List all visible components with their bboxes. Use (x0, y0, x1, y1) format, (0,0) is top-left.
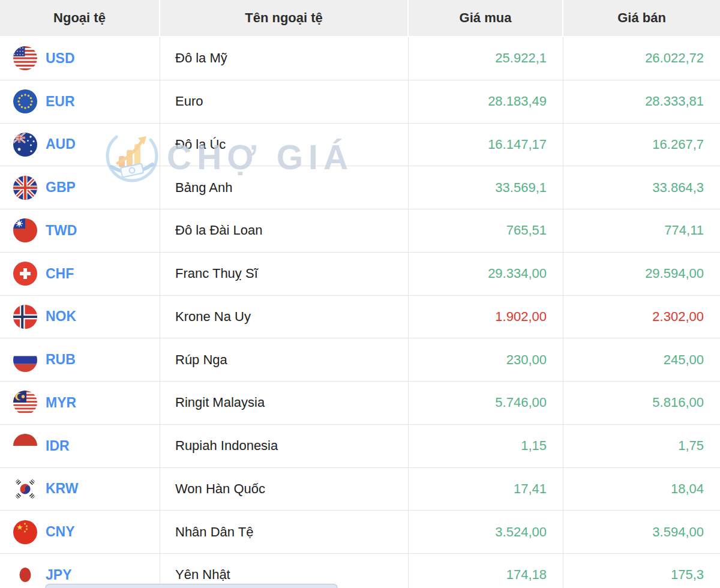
column-header-buy: Giá mua (409, 0, 563, 36)
name-cell: Đô la Mỹ (160, 37, 409, 80)
table-row: RUB Rúp Nga 230,00 245,00 (0, 338, 720, 382)
table-row: CHF Franc Thuỵ Sĩ 29.334,00 29.594,00 (0, 253, 720, 296)
name-cell: Ringit Malaysia (160, 382, 409, 424)
sell-cell: 3.594,00 (563, 511, 720, 553)
buy-cell: 16.147,17 (409, 124, 563, 166)
currency-code-link[interactable]: KRW (46, 481, 79, 497)
currency-name: Yên Nhật (175, 567, 230, 583)
currency-name: Euro (175, 94, 203, 109)
table-row: JPY Yên Nhật 174,18 175,3 (0, 554, 720, 588)
currency-code-link[interactable]: USD (46, 50, 75, 67)
currency-code-link[interactable]: RUB (46, 352, 76, 368)
buy-price: 33.569,1 (495, 180, 547, 196)
buy-price: 5.746,00 (495, 395, 547, 410)
buy-cell: 17,41 (409, 468, 563, 511)
sell-price: 18,04 (671, 481, 704, 497)
currency-code-link[interactable]: EUR (46, 94, 75, 110)
malaysia-flag-icon (13, 391, 37, 415)
currency-name: Won Hàn Quốc (175, 481, 265, 497)
currency-code-link[interactable]: IDR (46, 438, 70, 454)
sell-price: 3.594,00 (652, 524, 704, 540)
currency-cell: IDR (0, 425, 160, 467)
currency-cell: USD (0, 37, 160, 80)
buy-price: 17,41 (514, 481, 547, 497)
buy-cell: 765,51 (409, 209, 563, 252)
buy-price: 25.922,1 (495, 50, 547, 66)
currency-code-link[interactable]: GBP (46, 179, 76, 196)
switzerland-flag-icon (13, 262, 37, 286)
buy-price: 174,18 (506, 567, 547, 583)
currency-name: Ringit Malaysia (175, 395, 265, 410)
name-cell: Rúp Nga (160, 338, 409, 381)
column-header-name: Tên ngoại tệ (160, 0, 409, 36)
table-row: AUD Đô la Úc 16.147,17 16.267,7 (0, 124, 720, 167)
sell-price: 5.816,00 (652, 395, 704, 410)
sell-cell: 2.302,00 (563, 296, 720, 338)
currency-cell: CNY (0, 511, 160, 553)
australia-flag-icon (13, 133, 37, 157)
sell-price: 1,75 (678, 438, 704, 454)
currency-name: Đô la Úc (175, 137, 226, 152)
currency-cell: MYR (0, 382, 160, 424)
sell-cell: 175,3 (563, 554, 720, 588)
currency-code-link[interactable]: CNY (46, 524, 75, 540)
sell-cell: 28.333,81 (563, 80, 720, 123)
buy-cell: 5.746,00 (409, 382, 563, 424)
sell-price: 175,3 (671, 567, 704, 583)
sell-cell: 1,75 (563, 425, 720, 467)
currency-code-link[interactable]: JPY (46, 567, 71, 583)
currency-cell: GBP (0, 166, 160, 209)
name-cell: Bảng Anh (160, 166, 409, 209)
currency-code-link[interactable]: MYR (46, 395, 76, 411)
currency-code-link[interactable]: CHF (46, 266, 74, 282)
sell-price: 245,00 (664, 352, 704, 368)
currency-code-link[interactable]: NOK (46, 308, 76, 325)
taiwan-flag-icon (13, 218, 37, 242)
currency-name: Đô la Đài Loan (175, 223, 263, 238)
norway-flag-icon (13, 305, 37, 329)
buy-price: 3.524,00 (495, 524, 547, 540)
us-flag-icon (13, 46, 37, 70)
buy-price: 28.183,49 (488, 94, 547, 109)
sell-price: 774,11 (664, 223, 704, 238)
column-header-currency: Ngoại tệ (0, 0, 160, 36)
buy-cell: 3.524,00 (409, 511, 563, 553)
buy-cell: 1,15 (409, 425, 563, 467)
table-row: IDR Rupiah Indonesia 1,15 1,75 (0, 425, 720, 468)
buy-price: 1.902,00 (495, 309, 547, 325)
currency-name: Nhân Dân Tệ (175, 524, 253, 540)
russia-flag-icon (13, 348, 37, 372)
bottom-widget-bar[interactable] (45, 584, 338, 588)
sell-price: 26.022,72 (645, 50, 704, 66)
sell-price: 29.594,00 (645, 266, 704, 281)
column-header-sell: Giá bán (563, 0, 720, 36)
buy-cell: 25.922,1 (409, 37, 563, 80)
sell-price: 16.267,7 (652, 137, 704, 152)
name-cell: Yên Nhật (160, 554, 409, 588)
currency-name: Rúp Nga (175, 352, 227, 368)
currency-cell: NOK (0, 296, 160, 338)
table-row: NOK Krone Na Uy 1.902,00 2.302,00 (0, 296, 720, 339)
sell-cell: 26.022,72 (563, 37, 720, 80)
eu-flag-icon (13, 89, 37, 113)
sell-cell: 33.864,3 (563, 166, 720, 209)
currency-cell: RUB (0, 338, 160, 381)
currency-cell: AUD (0, 124, 160, 166)
buy-cell: 230,00 (409, 338, 563, 381)
table-header-row: Ngoại tệ Tên ngoại tệ Giá mua Giá bán (0, 0, 720, 37)
table-row: KRW Won Hàn Quốc 17,41 18,04 (0, 468, 720, 511)
sell-cell: 774,11 (563, 209, 720, 252)
currency-code-link[interactable]: AUD (46, 136, 76, 152)
sell-cell: 245,00 (563, 338, 720, 381)
table-row: MYR Ringit Malaysia 5.746,00 5.816,00 (0, 382, 720, 425)
buy-cell: 33.569,1 (409, 166, 563, 209)
currency-name: Franc Thuỵ Sĩ (175, 266, 258, 281)
south-korea-flag-icon (13, 477, 37, 501)
table-row: CNY Nhân Dân Tệ 3.524,00 3.594,00 (0, 511, 720, 554)
name-cell: Nhân Dân Tệ (160, 511, 409, 553)
currency-name: Đô la Mỹ (175, 50, 227, 66)
name-cell: Won Hàn Quốc (160, 468, 409, 511)
currency-name: Rupiah Indonesia (175, 438, 278, 454)
currency-name: Krone Na Uy (175, 309, 251, 325)
currency-code-link[interactable]: TWD (46, 223, 77, 239)
